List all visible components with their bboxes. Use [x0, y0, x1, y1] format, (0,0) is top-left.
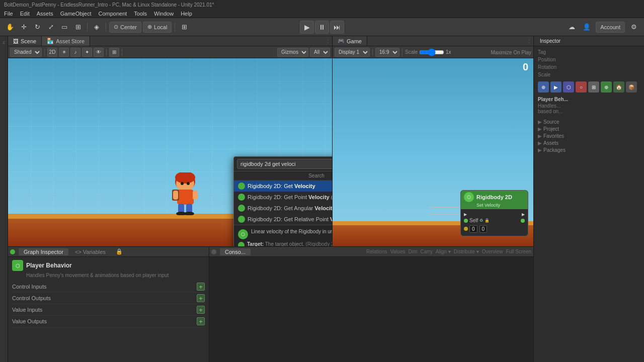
multi-tool[interactable]: ⊞ — [72, 21, 84, 33]
step-button[interactable]: ⏭ — [330, 21, 344, 34]
scene-panel-menu[interactable]: ⋮ — [323, 37, 332, 46]
result-1-label: Rigidbody 2D: Get Velocity — [248, 183, 315, 189]
pivot-icon: ⊙ — [114, 24, 118, 30]
inspector-tab[interactable]: Inspector — [536, 38, 565, 44]
relations-action[interactable]: Relations — [366, 249, 387, 254]
workspace: H 🖼 Scene 🏪 Asset Store — [0, 36, 644, 362]
value-outputs-add[interactable]: + — [197, 317, 205, 325]
pause-button[interactable]: ⏸ — [315, 21, 329, 34]
console-tab[interactable]: Conso... — [220, 248, 251, 255]
custom-tool[interactable]: ◈ — [91, 21, 103, 33]
scene-fx-btn[interactable]: ✦ — [82, 48, 92, 57]
menu-help[interactable]: Help — [181, 11, 192, 17]
bolt-port-self: Self ♻ 🔒 — [464, 218, 525, 223]
variables-tab[interactable]: <> Variables — [70, 248, 111, 255]
favorites-item[interactable]: ▶ Favorites — [538, 133, 640, 139]
wire-mid — [429, 214, 459, 215]
game-canvas[interactable]: 0 ⬡ Rigidbody 2D — [333, 58, 533, 246]
graph-inspector-tab[interactable]: Graph Inspector — [19, 248, 68, 255]
inspector-tag-label: Tag — [538, 49, 546, 55]
inspector-tab-bar: Inspector — [534, 36, 644, 46]
menu-file[interactable]: File — [4, 11, 13, 17]
layers-icon[interactable]: ⚙ — [628, 21, 640, 33]
carry-action[interactable]: Carry — [420, 249, 432, 254]
graph-tab-bar: Graph Inspector <> Variables 🔒 — [8, 247, 209, 257]
packages-item[interactable]: ▶ Packages — [538, 147, 640, 153]
cloud-icon[interactable]: ☁ — [566, 21, 578, 33]
project-item[interactable]: ▶ Project — [538, 126, 640, 132]
svg-rect-6 — [173, 191, 178, 200]
values-action[interactable]: Values — [390, 249, 406, 254]
bolt-val-2[interactable]: 0 — [479, 225, 488, 233]
menu-tools[interactable]: Tools — [134, 11, 147, 17]
menu-component[interactable]: Component — [98, 11, 127, 17]
aspect-select[interactable]: 16:9 — [375, 48, 399, 57]
bolt-node-header: ⬡ Rigidbody 2D Set Velocity — [461, 191, 528, 209]
bolt-icon-2: ▶ — [550, 81, 561, 93]
game-tab[interactable]: 🎮 Game — [333, 36, 367, 46]
control-inputs-add[interactable]: + — [197, 283, 205, 291]
value-inputs-section: Value Inputs + — [12, 304, 205, 316]
menu-assets[interactable]: Assets — [37, 11, 53, 17]
asset-store-tab[interactable]: 🏪 Asset Store — [42, 36, 90, 46]
layers-select[interactable]: All — [310, 48, 330, 57]
grid-button[interactable]: ⊞ — [178, 21, 190, 33]
shading-select[interactable]: Shaded — [10, 48, 42, 57]
move-tool[interactable]: ✛ — [18, 21, 30, 33]
scene-lighting-btn[interactable]: ☀ — [59, 48, 69, 57]
bolt-icon-3: ⬡ — [563, 81, 574, 93]
control-outputs-add[interactable]: + — [197, 294, 205, 302]
collab-icon[interactable]: 👤 — [581, 21, 593, 33]
scene-tab[interactable]: 🖼 Scene — [8, 36, 42, 46]
bolt-set-velocity-node[interactable]: ⬡ Rigidbody 2D Set Velocity — [460, 190, 528, 236]
control-inputs-section: Control Inputs + — [12, 281, 205, 293]
graph-panel-actions: Relations Values Dim Carry Align ▾ Distr… — [366, 249, 531, 254]
hand-tool[interactable]: ✋ — [4, 21, 16, 33]
inspector-player-behavior: Player Beh... Handles... based on... — [538, 97, 640, 114]
scale-value: 1x — [446, 49, 451, 55]
scene-audio-btn[interactable]: ♪ — [70, 48, 80, 57]
display-select[interactable]: Display 1 — [335, 48, 370, 57]
rotate-tool[interactable]: ↻ — [31, 21, 43, 33]
play-button[interactable]: ▶ — [300, 21, 314, 34]
scene-canvas[interactable]: × Search Rigidbody 2D: Get Velocity ★ — [8, 58, 332, 246]
search-result-2[interactable]: Rigidbody 2D: Get Point Velocity (Point) — [234, 192, 332, 203]
port-out-flow: ▶ — [522, 212, 525, 217]
gizmos-select[interactable]: Gizmos — [277, 48, 308, 57]
menu-gameobject[interactable]: GameObject — [60, 11, 92, 17]
scene-grid-btn[interactable]: ⊞ — [109, 48, 119, 57]
graph-tab-lock[interactable]: 🔒 — [115, 248, 123, 256]
fullscreen-action[interactable]: Full Screen — [506, 249, 531, 254]
pivot-center-button[interactable]: ⊙ Center — [109, 22, 141, 33]
bolt-icon-7: 🏠 — [613, 81, 624, 93]
distribute-action[interactable]: Distribute ▾ — [454, 249, 479, 254]
inspector-rotation-row: Rotation — [538, 64, 640, 70]
graph-area: Graph Inspector <> Variables 🔒 ⬡ Player … — [8, 246, 533, 362]
search-result-1[interactable]: Rigidbody 2D: Get Velocity ★ — [234, 180, 332, 192]
overview-action[interactable]: Overview — [482, 249, 503, 254]
inspector-handles-text: Handles... — [538, 103, 640, 109]
rect-tool[interactable]: ▭ — [58, 21, 70, 33]
game-panel-menu[interactable]: ⋮ — [524, 37, 533, 46]
console-canvas[interactable] — [209, 257, 533, 362]
search-input[interactable] — [237, 159, 332, 169]
search-result-3[interactable]: Rigidbody 2D: Get Angular Velocity — [234, 203, 332, 214]
bolt-val-1[interactable]: 0 — [469, 225, 477, 233]
project-tree: ▶ Source ▶ Project ▶ Favorites ▶ Assets — [538, 119, 640, 153]
2d-button[interactable]: 2D — [47, 48, 57, 57]
source-item[interactable]: ▶ Source — [538, 119, 640, 125]
menu-window[interactable]: Window — [154, 11, 174, 17]
maximize-label: Maximize On Play — [491, 49, 531, 55]
dim-action[interactable]: Dim — [408, 249, 417, 254]
pivot-local-button[interactable]: ⊕ Local — [143, 22, 172, 33]
assets-item[interactable]: ▶ Assets — [538, 140, 640, 146]
scene-hidden-btn[interactable]: 👁 — [94, 48, 104, 57]
account-button[interactable]: Account — [596, 22, 625, 33]
port-in-self — [464, 219, 468, 223]
search-result-4[interactable]: Rigidbody 2D: Get Relative Point Velocit… — [234, 214, 332, 225]
scale-slider[interactable] — [419, 49, 444, 55]
value-inputs-add[interactable]: + — [197, 306, 205, 314]
menu-edit[interactable]: Edit — [20, 11, 30, 17]
scale-tool[interactable]: ⤢ — [45, 21, 57, 33]
align-action[interactable]: Align ▾ — [436, 249, 451, 254]
